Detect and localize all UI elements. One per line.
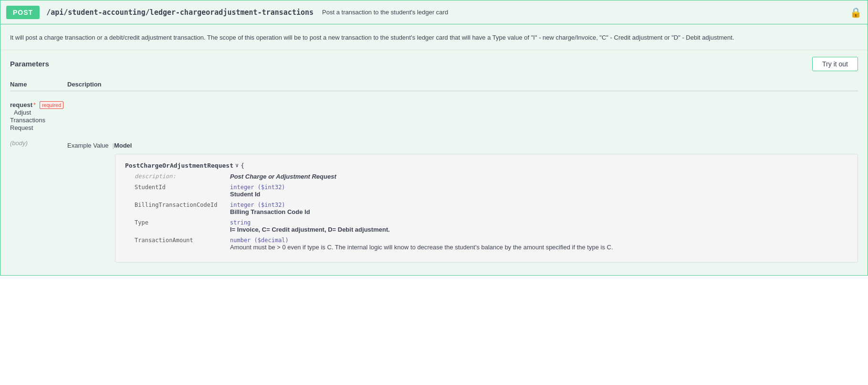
params-table-header: Name Description: [10, 76, 858, 91]
parameters-header: Parameters Try it out: [10, 57, 858, 76]
try-it-out-button[interactable]: Try it out: [812, 57, 858, 71]
model-class-name: PostChargeOrAdjustmentRequest: [125, 162, 233, 169]
param-row: request* required Adjust Transactions Re…: [10, 96, 858, 136]
model-field-title-3: I= Invoice, C= Credit adjustment, D= Deb…: [230, 226, 848, 233]
model-field-name-type: Type: [135, 219, 230, 226]
example-value-tab[interactable]: Example Value: [67, 141, 112, 150]
param-required-star: *: [33, 101, 36, 108]
param-required-label: required: [40, 101, 63, 109]
body-label: (body): [10, 139, 28, 147]
model-field-type-3: string: [230, 219, 848, 226]
model-tab[interactable]: Model: [114, 141, 136, 150]
parameters-title: Parameters: [10, 60, 49, 68]
model-field-title-1: Student Id: [230, 191, 848, 198]
model-field-title-4: Amount must be > 0 even if type is C. Th…: [230, 244, 848, 251]
body-content-cell: Example Value | Model PostChargeOrAdjust…: [67, 139, 858, 270]
model-field-name-description: description:: [135, 173, 230, 180]
model-title-row: PostChargeOrAdjustmentRequest ∨ {: [125, 162, 848, 169]
model-field-block-3: string I= Invoice, C= Credit adjustment,…: [230, 219, 848, 233]
model-open-brace: {: [241, 162, 244, 169]
model-field-block-1: integer ($int32) Student Id: [230, 184, 848, 198]
body-label-cell: (body): [10, 139, 67, 147]
param-description-inline: Adjust Transactions Request: [10, 109, 45, 131]
api-summary: Post a transaction to the student's ledg…: [322, 9, 850, 16]
param-name-cell: request* required Adjust Transactions Re…: [10, 101, 67, 131]
model-field-type-4: number ($decimal): [230, 237, 848, 244]
model-field-type-row: Type string I= Invoice, C= Credit adjust…: [125, 219, 848, 233]
model-field-desc-block-0: Post Charge or Adjustment Request: [230, 173, 848, 180]
lock-icon: 🔒: [850, 7, 862, 18]
model-field-description: description: Post Charge or Adjustment R…: [125, 173, 848, 180]
body-row: (body) Example Value | Model PostChargeO…: [10, 136, 858, 275]
model-field-title-2: Billing Transaction Code Id: [230, 208, 848, 215]
model-expand-icon[interactable]: ∨: [235, 162, 239, 169]
model-field-billing-code: BillingTransactionCodeId integer ($int32…: [125, 202, 848, 215]
api-endpoint-container: POST /api/student-accounting/ledger-char…: [0, 0, 868, 276]
model-field-italic-desc-0: Post Charge or Adjustment Request: [230, 173, 336, 180]
model-field-block-2: integer ($int32) Billing Transaction Cod…: [230, 202, 848, 215]
model-field-student-id: StudentId integer ($int32) Student Id: [125, 184, 848, 198]
model-box: PostChargeOrAdjustmentRequest ∨ { descri…: [115, 154, 858, 263]
model-field-block-4: number ($decimal) Amount must be > 0 eve…: [230, 237, 848, 251]
model-field-transaction-amount: TransactionAmount number ($decimal) Amou…: [125, 237, 848, 251]
example-model-tabs: Example Value | Model: [67, 141, 858, 150]
api-description: It will post a charge transaction or a d…: [0, 24, 868, 50]
param-name: request: [10, 101, 32, 108]
api-path: /api/student-accounting/ledger-chargeora…: [46, 8, 314, 17]
model-field-type-2: integer ($int32): [230, 202, 848, 208]
col-name-header: Name: [10, 81, 67, 88]
model-field-name-transaction-amount: TransactionAmount: [135, 237, 230, 244]
model-field-name-billing-code: BillingTransactionCodeId: [135, 202, 230, 208]
model-field-name-student-id: StudentId: [135, 184, 230, 191]
col-description-header: Description: [67, 81, 102, 88]
api-header: POST /api/student-accounting/ledger-char…: [0, 0, 868, 24]
method-badge: POST: [6, 6, 40, 19]
model-field-type-1: integer ($int32): [230, 184, 848, 191]
parameters-section: Parameters Try it out Name Description r…: [0, 50, 868, 275]
